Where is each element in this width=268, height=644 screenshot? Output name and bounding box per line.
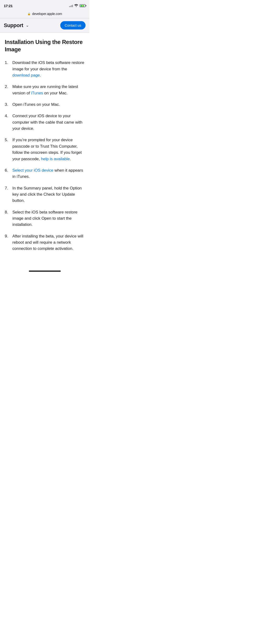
step-text-1: Download the iOS beta software restore i… — [12, 60, 85, 78]
battery-icon: ⚡ — [80, 4, 85, 7]
nav-bar: Support ⌄ Contact us — [0, 18, 89, 32]
download-page-link[interactable]: download page — [12, 73, 40, 78]
step-text-7: In the Summary panel, hold the Option ke… — [12, 185, 85, 204]
list-item: 5. If you’re prompted for your device pa… — [5, 137, 85, 162]
main-content: Installation Using the Restore Image 1. … — [0, 32, 89, 267]
wifi-icon — [74, 4, 78, 8]
select-ios-device-link[interactable]: Select your iOS device — [12, 168, 53, 172]
status-time: 17:21 — [4, 4, 13, 8]
page-title: Installation Using the Restore Image — [5, 38, 85, 53]
step-1-text-before: Download the iOS beta software restore i… — [12, 60, 84, 71]
list-item: 6. Select your iOS device when it appear… — [5, 167, 85, 180]
step-text-6: Select your iOS device when it appears i… — [12, 167, 85, 180]
steps-list: 1. Download the iOS beta software restor… — [5, 60, 85, 252]
step-text-4: Connect your iOS device to your computer… — [12, 113, 85, 132]
step-number-5: 5. — [5, 137, 10, 162]
list-item: 7. In the Summary panel, hold the Option… — [5, 185, 85, 204]
url-bar: 🔒 developer.apple.com — [0, 10, 89, 18]
list-item: 8. Select the iOS beta software restore … — [5, 209, 85, 228]
status-icons: ⚡ — [69, 4, 86, 8]
step-text-2: Make sure you are running the latest ver… — [12, 84, 85, 96]
chevron-down-icon[interactable]: ⌄ — [26, 23, 29, 28]
step-text-8: Select the iOS beta software restore ima… — [12, 209, 85, 228]
step-number-3: 3. — [5, 102, 10, 108]
lock-icon: 🔒 — [27, 12, 31, 16]
help-available-link[interactable]: help is available — [41, 157, 70, 161]
list-item: 1. Download the iOS beta software restor… — [5, 60, 85, 78]
nav-left: Support ⌄ — [4, 22, 29, 28]
itunes-link[interactable]: iTunes — [31, 91, 43, 95]
status-bar: 17:21 ⚡ — [0, 0, 89, 10]
step-number-1: 1. — [5, 60, 10, 78]
list-item: 4. Connect your iOS device to your compu… — [5, 113, 85, 132]
step-number-2: 2. — [5, 84, 10, 96]
list-item: 2. Make sure you are running the latest … — [5, 84, 85, 96]
step-5-text-after: . — [70, 157, 71, 161]
nav-title: Support — [4, 22, 23, 28]
step-text-3: Open iTunes on your Mac. — [12, 102, 85, 108]
home-indicator — [0, 267, 89, 274]
step-number-7: 7. — [5, 185, 10, 204]
step-text-9: After installing the beta, your device w… — [12, 233, 85, 252]
step-2-text-after: on your Mac. — [43, 91, 68, 95]
step-text-5: If you’re prompted for your device passc… — [12, 137, 85, 162]
step-number-8: 8. — [5, 209, 10, 228]
step-number-4: 4. — [5, 113, 10, 132]
url-text: developer.apple.com — [32, 12, 62, 16]
list-item: 3. Open iTunes on your Mac. — [5, 102, 85, 108]
step-number-9: 9. — [5, 233, 10, 252]
contact-us-button[interactable]: Contact us — [60, 21, 85, 30]
list-item: 9. After installing the beta, your devic… — [5, 233, 85, 252]
home-bar — [29, 270, 61, 272]
step-number-6: 6. — [5, 167, 10, 180]
signal-icon — [69, 4, 73, 7]
step-1-text-after: . — [40, 73, 41, 78]
